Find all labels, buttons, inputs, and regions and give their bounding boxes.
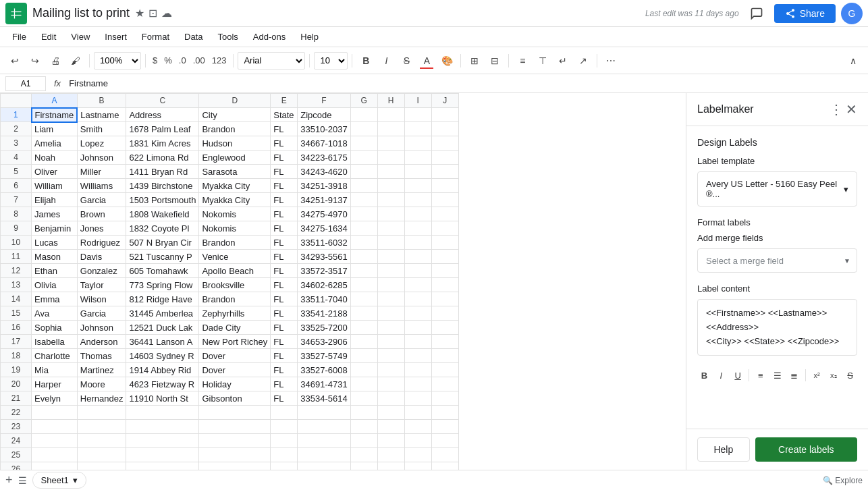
wrap-button[interactable]: ↵ [553,51,572,70]
row-num-10[interactable]: 10 [1,236,32,250]
cell-7-7[interactable] [377,193,404,207]
cell-10-5[interactable]: 33511-6032 [298,236,350,250]
cell-16-6[interactable] [350,321,377,335]
cell-7-5[interactable]: 34251-9137 [298,193,350,207]
font-select[interactable]: Arial [238,52,305,70]
cell-26-2[interactable] [126,462,199,470]
cell-21-5[interactable]: 33534-5614 [298,391,350,406]
cell-21-2[interactable]: 11910 North St [126,391,199,406]
cell-10-7[interactable] [377,236,404,250]
cell-4-9[interactable] [431,151,458,165]
cell-12-0[interactable]: Ethan [32,264,78,278]
cell-12-8[interactable] [404,264,431,278]
cell-14-4[interactable]: FL [271,292,298,306]
cell-10-0[interactable]: Lucas [32,236,78,250]
cell-14-3[interactable]: Brandon [199,292,271,306]
cell-2-8[interactable] [404,122,431,136]
borders-button[interactable]: ⊞ [465,51,484,70]
explore-label[interactable]: 🔍 Explore [823,476,863,485]
cell-9-3[interactable]: Nokomis [199,221,271,236]
label-content-box[interactable]: <<Firstname>> <<Lastname>> <<Address>> <… [697,299,857,356]
cell-24-4[interactable] [271,434,298,448]
font-size-select[interactable]: 10 [314,52,348,70]
avatar[interactable]: G [841,3,863,24]
col-header-d[interactable]: D [199,94,271,108]
cell-16-7[interactable] [377,321,404,335]
cell-16-0[interactable]: Sophia [32,321,78,335]
cell-24-7[interactable] [377,434,404,448]
cell-14-0[interactable]: Emma [32,292,78,306]
cell-10-3[interactable]: Brandon [199,236,271,250]
cell-11-8[interactable] [404,250,431,264]
cell-9-4[interactable]: FL [271,221,298,236]
cell-14-7[interactable] [377,292,404,306]
rotate-button[interactable]: ↗ [574,51,593,70]
menu-addons[interactable]: Add-ons [246,29,292,45]
cell-20-0[interactable]: Harper [32,377,78,391]
cell-25-5[interactable] [298,448,350,462]
cell-20-3[interactable]: Holiday [199,377,271,391]
cell-16-3[interactable]: Dade City [199,321,271,335]
cell-8-9[interactable] [431,207,458,221]
cell-6-6[interactable] [350,179,377,193]
row-num-4[interactable]: 4 [1,151,32,165]
cell-26-9[interactable] [431,462,458,470]
cell-25-9[interactable] [431,448,458,462]
cell-4-7[interactable] [377,151,404,165]
cell-11-0[interactable]: Mason [32,250,78,264]
col-header-b[interactable]: B [77,94,126,108]
row-num-7[interactable]: 7 [1,193,32,207]
cell-19-8[interactable] [404,363,431,377]
row-num-8[interactable]: 8 [1,207,32,221]
cell-19-9[interactable] [431,363,458,377]
row-num-25[interactable]: 25 [1,448,32,462]
cell-7-8[interactable] [404,193,431,207]
cell-8-6[interactable] [350,207,377,221]
cell-6-1[interactable]: Williams [77,179,126,193]
fmt-italic-button[interactable]: I [714,366,728,384]
cell-3-6[interactable] [350,136,377,151]
row-num-12[interactable]: 12 [1,264,32,278]
cell-22-5[interactable] [298,406,350,420]
cell-1-4[interactable]: State [271,108,298,122]
cell-15-2[interactable]: 31445 Amberlea [126,306,199,321]
cell-25-1[interactable] [77,448,126,462]
format-num-button[interactable]: 123 [209,55,229,65]
cell-7-6[interactable] [350,193,377,207]
cell-4-4[interactable]: FL [271,151,298,165]
cell-11-1[interactable]: Davis [77,250,126,264]
cell-21-8[interactable] [404,391,431,406]
cell-14-5[interactable]: 33511-7040 [298,292,350,306]
fmt-align-right-button[interactable]: ≣ [787,366,801,384]
cell-23-1[interactable] [77,420,126,434]
chat-icon[interactable] [744,1,769,26]
create-labels-button[interactable]: Create labels [755,437,857,462]
merge-button[interactable]: ⊟ [485,51,504,70]
cell-22-8[interactable] [404,406,431,420]
text-color-button[interactable]: A [417,51,436,70]
cell-1-2[interactable]: Address [126,108,199,122]
cell-22-2[interactable] [126,406,199,420]
cell-12-9[interactable] [431,264,458,278]
cell-20-7[interactable] [377,377,404,391]
cell-9-5[interactable]: 34275-1634 [298,221,350,236]
row-num-24[interactable]: 24 [1,434,32,448]
cell-10-9[interactable] [431,236,458,250]
cell-6-2[interactable]: 1439 Birchstone [126,179,199,193]
cell-11-4[interactable]: FL [271,250,298,264]
cell-13-6[interactable] [350,278,377,292]
menu-format[interactable]: Format [135,29,176,45]
cell-25-0[interactable] [32,448,78,462]
cell-11-5[interactable]: 34293-5561 [298,250,350,264]
cell-17-2[interactable]: 36441 Lanson A [126,335,199,349]
cell-25-2[interactable] [126,448,199,462]
merge-field-dropdown[interactable]: Select a merge field Firstname Lastname … [697,248,857,273]
cell-13-7[interactable] [377,278,404,292]
row-num-6[interactable]: 6 [1,179,32,193]
cell-13-4[interactable]: FL [271,278,298,292]
cell-10-2[interactable]: 507 N Bryan Cir [126,236,199,250]
cell-7-2[interactable]: 1503 Portsmouth [126,193,199,207]
cell-4-6[interactable] [350,151,377,165]
highlight-button[interactable]: 🎨 [437,51,456,70]
row-num-2[interactable]: 2 [1,122,32,136]
